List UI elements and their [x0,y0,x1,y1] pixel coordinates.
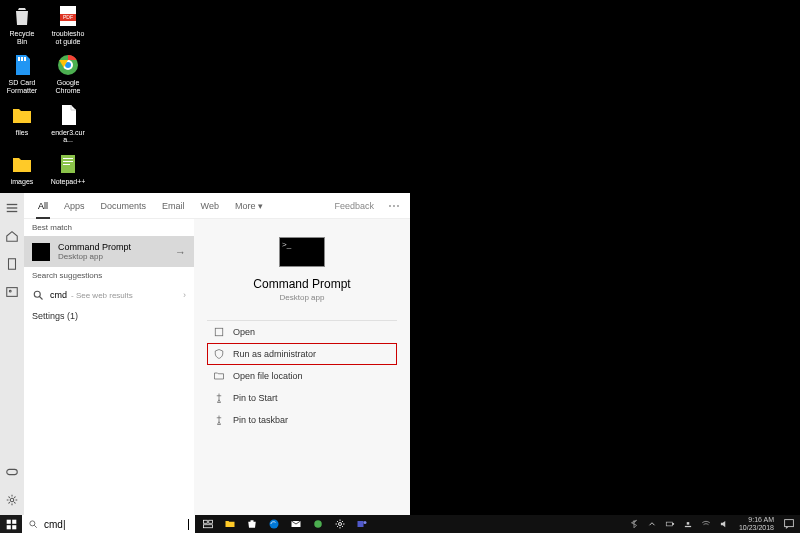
desktop-icon-label: ender3.cura... [50,129,86,144]
taskbar-edge[interactable] [265,515,283,533]
cmd-icon-large: >_ [279,237,325,267]
svg-rect-40 [672,523,673,524]
taskbar-store[interactable] [243,515,261,533]
svg-rect-17 [7,288,18,297]
tab-all[interactable]: All [30,193,56,218]
svg-rect-4 [21,57,23,61]
home-icon[interactable] [5,229,19,243]
document-icon[interactable] [5,257,19,271]
search-input[interactable]: cmd [44,519,182,530]
desktop-icon-label: Google Chrome [50,79,86,94]
feedback-link[interactable]: Feedback [334,201,374,211]
svg-line-29 [34,525,37,528]
windows-icon [6,519,17,530]
tray-volume-icon[interactable] [717,517,731,531]
tab-email[interactable]: Email [154,193,193,218]
svg-rect-5 [24,57,26,61]
taskbar-file-explorer[interactable] [221,515,239,533]
notepad-icon [56,152,80,176]
svg-rect-25 [12,519,16,523]
arrow-right-icon: → [175,246,186,258]
start-button[interactable] [0,515,22,533]
svg-rect-24 [6,519,10,523]
svg-rect-32 [204,525,213,528]
tab-apps[interactable]: Apps [56,193,93,218]
action-pin-to-taskbar[interactable]: Pin to taskbar [207,409,397,431]
desktop-icon-sd-formatter[interactable]: SD Card Formatter [4,53,40,94]
game-icon[interactable] [5,465,19,479]
svg-rect-3 [18,57,20,61]
action-pin-to-start[interactable]: Pin to Start [207,387,397,409]
desktop-icon-recycle-bin[interactable]: Recycle Bin [4,4,40,45]
svg-rect-19 [7,469,18,474]
suggestions-label: Search suggestions [24,267,194,284]
desktop-icon-chrome[interactable]: Google Chrome [50,53,86,94]
search-tabs: All Apps Documents Email Web More▾ Feedb… [24,193,410,219]
desktop-icon-pdf[interactable]: PDF troubleshoot guide [50,4,86,45]
cmd-icon [32,243,50,261]
image-icon[interactable] [5,285,19,299]
desktop-icon-label: Notepad++ [51,178,86,186]
desktop-icon-label: images [11,178,34,186]
svg-rect-26 [6,525,10,529]
taskbar-app-green[interactable] [309,515,327,533]
search-icon [32,289,44,301]
search-results-column: Best match Command Prompt Desktop app → … [24,219,194,515]
desktop-icon-label: Recycle Bin [4,30,40,45]
detail-subtitle: Desktop app [280,293,325,302]
svg-rect-42 [687,522,690,525]
svg-rect-43 [785,520,794,527]
action-open-file-location[interactable]: Open file location [207,365,397,387]
tab-more[interactable]: More▾ [227,193,272,218]
tray-battery-icon[interactable] [663,517,677,531]
taskbar-mail[interactable] [287,515,305,533]
tray-chevron-up-icon[interactable] [645,517,659,531]
tray-network-icon[interactable] [681,517,695,531]
svg-rect-10 [63,158,73,159]
taskbar-teams[interactable] [353,515,371,533]
best-match-label: Best match [24,219,194,236]
tray-bluetooth-icon[interactable] [627,517,641,531]
search-suggestion[interactable]: cmd - See web results › [24,284,194,306]
suggestion-hint: - See web results [71,291,133,300]
chevron-right-icon: › [183,290,186,300]
svg-point-18 [9,290,11,292]
search-field[interactable]: cmd [22,519,195,530]
action-open[interactable]: Open [207,321,397,343]
svg-point-21 [34,291,40,297]
best-match-result[interactable]: Command Prompt Desktop app → [24,236,194,267]
taskbar-settings[interactable] [331,515,349,533]
pin-icon [213,414,225,426]
pdf-icon: PDF [56,4,80,28]
tab-more-label: More [235,201,256,211]
gear-icon[interactable] [5,493,19,507]
desktop-icon-label: SD Card Formatter [4,79,40,94]
hamburger-icon[interactable] [5,201,19,215]
suggestion-text: cmd [50,290,67,300]
settings-result[interactable]: Settings (1) [24,306,194,326]
best-match-subtitle: Desktop app [58,252,131,261]
desktop-icon-notepadpp[interactable]: Notepad++ [50,152,86,186]
desktop-icon-images[interactable]: images [4,152,40,186]
desktop-icon-files[interactable]: files [4,103,40,144]
action-center-icon[interactable] [782,517,796,531]
more-options-icon[interactable]: ⋯ [384,199,404,213]
svg-point-36 [339,523,342,526]
tab-documents[interactable]: Documents [93,193,155,218]
svg-line-22 [40,297,43,300]
chevron-down-icon: ▾ [258,201,263,211]
tab-web[interactable]: Web [193,193,227,218]
desktop-icon-label: files [16,129,28,137]
taskbar-clock[interactable]: 9:16 AM 10/23/2018 [735,516,778,531]
action-run-as-administrator[interactable]: Run as administrator [207,343,397,365]
svg-rect-12 [63,164,70,165]
search-left-rail [0,193,24,515]
svg-point-38 [364,521,367,524]
taskbar-task-view[interactable] [199,515,217,533]
tray-wifi-icon[interactable] [699,517,713,531]
svg-point-35 [314,520,322,528]
clock-date: 10/23/2018 [739,524,774,532]
action-label: Open [233,327,255,337]
desktop-icon-cura-file[interactable]: ender3.cura... [50,103,86,144]
action-label: Run as administrator [233,349,316,359]
